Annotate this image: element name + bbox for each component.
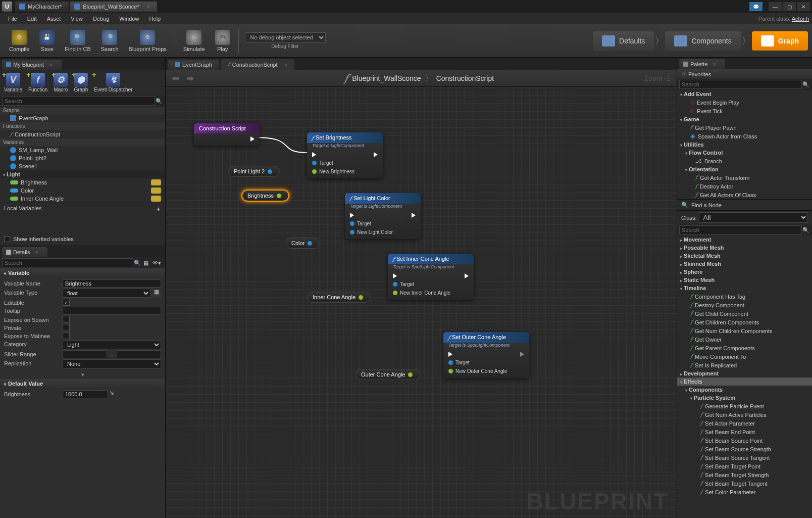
array-icon[interactable]: ▦ [152,289,161,298]
cat-particle-system[interactable]: Particle System [677,394,812,402]
cat-poseable[interactable]: Poseable Mesh [677,244,812,252]
add-icon[interactable]: ＋ [156,205,161,213]
cat-addevent[interactable]: Add Event [677,90,812,98]
window-tab-wallsconce[interactable]: Blueprint_WallSconce*× [70,2,157,12]
item-set-beam-source-tangent[interactable]: 𝑓Set Beam Source Tangent [677,453,812,462]
breadcrumb-leaf[interactable]: ConstructionScript [436,74,494,82]
slider-min-input[interactable] [63,350,107,358]
local-variables-row[interactable]: Local Variables＋ [0,203,165,215]
close-icon[interactable]: × [35,249,38,255]
item-set-beam-target-tangent[interactable]: 𝑓Set Beam Target Tangent [677,479,812,488]
node-set-outer-cone[interactable]: 𝑓Set Outer Cone Angle Target is SpotLigh… [443,332,529,378]
cat-flowcontrol[interactable]: Flow Control [677,149,812,157]
cat-orientation[interactable]: Orientation [677,165,812,173]
item-set-beam-target-point[interactable]: 𝑓Set Beam Target Point [677,462,812,470]
nav-forward-icon[interactable]: ➡ [186,73,194,84]
compile-button[interactable]: ⚙Compile [4,28,34,54]
cat-staticmesh[interactable]: Static Mesh [677,276,812,284]
item-set-is-replicated[interactable]: 𝑓Set Is Replicated [677,361,812,369]
close-button[interactable]: ✕ [797,2,810,11]
cat-game[interactable]: Game [677,115,812,123]
mode-graph[interactable]: Graph [752,31,808,51]
cat-movement[interactable]: Movement [677,236,812,244]
chat-icon[interactable]: 💬 [749,2,763,11]
tree-var-brightness[interactable]: Brightness [0,178,165,186]
expose-matinee-checkbox[interactable] [63,332,70,339]
close-icon[interactable]: × [713,61,716,67]
play-button[interactable]: 🎮Play [210,28,235,54]
node-construction-script[interactable]: Construction Script [194,123,260,146]
item-get-parent-components[interactable]: 𝑓Get Parent Components [677,344,812,352]
palette-search-input[interactable] [679,80,802,89]
find-in-cb-button[interactable]: 🔍Find in CB [60,28,95,54]
parent-class-link[interactable]: Actor.h [792,16,809,22]
simulate-button[interactable]: ▷Simulate [178,28,210,54]
node-set-light-color[interactable]: 𝑓Set Light Color Target is LightComponen… [345,193,421,239]
node-set-inner-cone[interactable]: 𝑓Set Inner Cone Angle Target is SpotLigh… [388,254,474,300]
graph-tab-eventgraph[interactable]: EventGraph [168,60,219,70]
var-node-inner-cone[interactable]: Inner Cone Angle [307,292,371,303]
eye-icon[interactable]: 👁▾ [150,260,163,266]
menu-window[interactable]: Window [114,14,144,23]
tree-var-scene[interactable]: Scene1 [0,162,165,170]
mybp-search-input[interactable] [2,97,155,106]
menu-debug[interactable]: Debug [88,14,114,23]
menu-asset[interactable]: Asset [42,14,66,23]
section-variable[interactable]: Variable [0,268,165,277]
item-get-num-children[interactable]: 𝑓Get Num Children Components [677,326,812,335]
var-node-pointlight2[interactable]: Point Light 2 [228,166,280,177]
item-spawn-actor[interactable]: ◉Spawn Actor from Class [677,132,812,140]
cat-development[interactable]: Development [677,369,812,378]
menu-edit[interactable]: Edit [22,14,42,23]
minimize-button[interactable]: — [769,2,782,11]
item-event-begin-play[interactable]: ◇Event Begin Play [677,98,812,107]
category-select[interactable]: Light [63,340,161,349]
item-destroy-actor[interactable]: 𝑓Destroy Actor [677,182,812,191]
panel-tab-details[interactable]: Details× [2,247,47,257]
item-set-beam-source-strength[interactable]: 𝑓Set Beam Source Strength [677,445,812,453]
var-node-brightness[interactable]: Brightness [241,190,289,202]
eye-icon[interactable] [151,179,161,185]
cat-skinned[interactable]: Skinned Mesh [677,260,812,268]
tree-constructionscript[interactable]: 𝑓ConstructionScript [0,130,165,138]
section-default-value[interactable]: Default Value [0,379,165,388]
var-node-color[interactable]: Color [286,238,320,249]
mode-defaults[interactable]: Defaults [593,31,654,51]
node-set-brightness[interactable]: 𝑓Set Brightness Target is LightComponent… [307,132,383,178]
class-filter-select[interactable]: All [699,212,808,223]
close-icon[interactable]: × [49,62,52,68]
editable-checkbox[interactable] [63,299,70,306]
node-library[interactable]: Movement Poseable Mesh Skeletal Mesh Ski… [677,236,812,518]
item-get-all-actors[interactable]: 𝑓Get All Actors Of Class [677,191,812,199]
grid-icon[interactable]: ▦ [141,260,150,266]
item-move-component-to[interactable]: 𝑓Move Component To [677,352,812,361]
cat-skeletal[interactable]: Skeletal Mesh [677,252,812,260]
item-get-player-pawn[interactable]: 𝑓Get Player Pawn [677,123,812,132]
expose-spawn-checkbox[interactable] [63,316,70,323]
add-variable-button[interactable]: +VVariable [2,72,24,93]
mode-components[interactable]: Components [665,31,740,51]
item-generate-particle-event[interactable]: 𝑓Generate Particle Event [677,402,812,410]
search-button[interactable]: 🔎Search [96,28,124,54]
item-get-num-active-particles[interactable]: 𝑓Get Num Active Particles [677,410,812,419]
details-search-input[interactable] [2,258,133,267]
graph-tab-constructionscript[interactable]: 𝑓ConstructionScript× [221,59,294,70]
replication-select[interactable]: None [63,359,161,368]
add-function-button[interactable]: +fFunction [26,72,49,93]
tree-cat-light[interactable]: Light [0,170,165,178]
item-destroy-component[interactable]: 𝑓Destroy Component [677,301,812,309]
breadcrumb-root[interactable]: Blueprint_WallSconce [352,74,421,82]
variable-type-select[interactable]: float [63,289,150,298]
item-get-owner[interactable]: 𝑓Get Owner [677,335,812,344]
favorites-section[interactable]: Favorites [677,69,812,79]
tree-var-pointlight[interactable]: PointLight2 [0,154,165,162]
add-dispatcher-button[interactable]: +↯Event Dispatcher [92,72,134,93]
item-branch[interactable]: ⎇Branch [677,157,812,165]
eye-icon[interactable] [151,187,161,194]
item-set-actor-parameter[interactable]: 𝑓Set Actor Parameter [677,419,812,428]
add-graph-button[interactable]: +⬢Graph [72,72,90,93]
item-get-actor-transform[interactable]: 𝑓Get Actor Transform [677,173,812,182]
private-checkbox[interactable] [63,324,70,331]
cat-effects[interactable]: Effects [677,378,812,386]
variable-name-input[interactable] [63,279,161,288]
